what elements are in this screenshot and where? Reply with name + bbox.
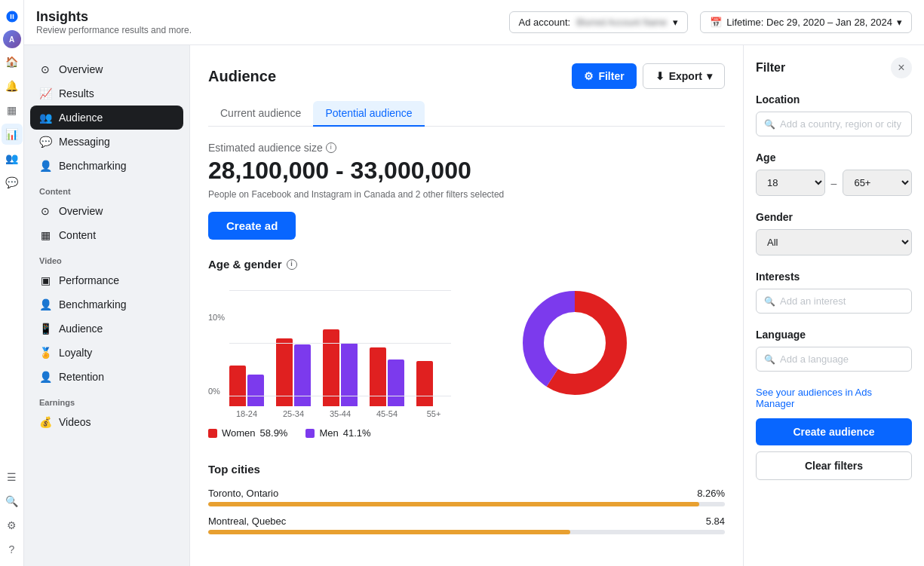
sidebar-item-benchmarking[interactable]: 👤 Benchmarking	[30, 154, 183, 178]
earnings-section-label: Earnings	[30, 389, 183, 410]
content-section-label: Content	[30, 178, 183, 199]
age-gender-info-icon: i	[287, 259, 297, 270]
user-avatar[interactable]: A	[3, 30, 21, 48]
city-bar-track-toronto	[208, 502, 725, 506]
top-cities-section: Top cities Toronto, Ontario 8.26% Montre…	[208, 463, 725, 534]
language-search-icon: 🔍	[764, 354, 775, 365]
bell-icon[interactable]: 🔔	[2, 75, 23, 96]
sidebar-item-video-audience[interactable]: 📱 Audience	[30, 317, 183, 341]
filter-button[interactable]: ⚙ Filter	[572, 63, 636, 89]
sidebar-item-benchmarking-label: Benchmarking	[59, 160, 127, 172]
sidebar-item-overview[interactable]: ⊙ Overview	[30, 57, 183, 81]
header-title-area: Insights Review performance results and …	[36, 9, 192, 36]
video-audience-icon: 📱	[39, 323, 51, 335]
benchmarking-icon: 👤	[39, 160, 51, 172]
main-content: Audience ⚙ Filter ⬇ Export ▾ Current aud…	[190, 45, 743, 566]
tab-potential-audience[interactable]: Potential audience	[313, 101, 424, 127]
date-range-selector[interactable]: 📅 Lifetime: Dec 29, 2020 – Jan 28, 2024 …	[700, 11, 912, 33]
sidebar-item-video-performance-label: Performance	[59, 274, 119, 286]
export-button[interactable]: ⬇ Export ▾	[643, 63, 725, 89]
sidebar-item-video-benchmarking[interactable]: 👤 Benchmarking	[30, 292, 183, 317]
language-label: Language	[756, 329, 912, 341]
ads-manager-link[interactable]: See your audiences in Ads Manager	[756, 387, 912, 409]
location-input[interactable]	[780, 118, 904, 130]
sidebar-item-results[interactable]: 📈 Results	[30, 81, 183, 106]
interests-input-wrap[interactable]: 🔍	[756, 289, 912, 314]
chart-icon[interactable]: 📊	[2, 124, 23, 145]
grid-icon[interactable]: ▦	[2, 99, 23, 121]
help-icon[interactable]: ?	[2, 539, 23, 560]
city-bar-fill-toronto	[208, 502, 699, 506]
sidebar-item-video-benchmarking-label: Benchmarking	[59, 298, 127, 311]
sidebar-item-content[interactable]: ▦ Content	[30, 223, 183, 247]
sidebar-item-video-performance[interactable]: ▣ Performance	[30, 268, 183, 292]
messaging-icon: 💬	[39, 136, 51, 148]
bar-label-25-34: 25-34	[283, 409, 304, 418]
bar-men-35-44	[341, 343, 358, 406]
sidebar-item-loyalty-label: Loyalty	[59, 347, 92, 359]
city-bar-track-montreal	[208, 530, 725, 534]
sidebar-item-audience-label: Audience	[59, 112, 103, 124]
women-color-dot	[208, 429, 217, 438]
bars-area: 18-24 25-34	[229, 290, 451, 418]
sidebar-item-content-label: Content	[59, 229, 96, 241]
legend-women-label: Women	[222, 427, 256, 439]
sidebar-item-content-overview[interactable]: ⊙ Overview	[30, 199, 183, 223]
interests-input[interactable]	[780, 295, 904, 307]
clear-filters-button[interactable]: Clear filters	[756, 451, 912, 480]
bar-group-45-54: 45-54	[370, 316, 404, 418]
home-icon[interactable]: 🏠	[2, 51, 23, 72]
sidebar-item-loyalty[interactable]: 🏅 Loyalty	[30, 341, 183, 365]
age-row: 182535455565 – 18253545556565+	[756, 170, 912, 196]
search-icon[interactable]: 🔍	[2, 491, 23, 512]
info-icon: i	[326, 142, 336, 153]
sidebar-item-retention[interactable]: 👤 Retention	[30, 365, 183, 389]
gender-label: Gender	[756, 211, 912, 223]
export-icon: ⬇	[655, 70, 665, 82]
overview-icon: ⊙	[39, 63, 51, 75]
date-range-text: Lifetime: Dec 29, 2020 – Jan 28, 2024	[726, 17, 892, 28]
tab-current-audience[interactable]: Current audience	[208, 101, 313, 127]
settings-icon[interactable]: ⚙	[2, 515, 23, 536]
sidebar-item-messaging-label: Messaging	[59, 136, 110, 148]
filter-location-section: Location 🔍	[756, 93, 912, 136]
estimated-audience-label: Estimated audience size i	[208, 142, 725, 154]
donut-chart	[514, 283, 643, 411]
content-icon: ▦	[39, 229, 51, 241]
chevron-down-icon: ▾	[673, 17, 678, 28]
language-input-wrap[interactable]: 🔍	[756, 347, 912, 372]
videos-icon: 💰	[39, 416, 51, 428]
icon-rail: A 🏠 🔔 ▦ 📊 👥 💬 ☰ 🔍 ⚙ ?	[0, 0, 24, 566]
bar-group-25-34: 25-34	[276, 316, 311, 418]
people-icon[interactable]: 👥	[2, 148, 23, 169]
comment-icon[interactable]: 💬	[2, 172, 23, 193]
interests-label: Interests	[756, 271, 912, 283]
results-icon: 📈	[39, 87, 51, 99]
bar-label-45-54: 45-54	[376, 409, 398, 418]
location-input-wrap[interactable]: 🔍	[756, 112, 912, 136]
filter-icon: ⚙	[584, 70, 594, 82]
sidebar-item-audience[interactable]: 👥 Audience	[30, 106, 183, 130]
filter-header: Filter ×	[756, 57, 912, 78]
bar-women-55plus	[416, 361, 433, 406]
ad-account-label: Ad account:	[519, 17, 571, 28]
close-filter-button[interactable]: ×	[891, 57, 912, 78]
interests-search-icon: 🔍	[764, 296, 775, 307]
legend-women-pct: 58.9%	[260, 427, 288, 439]
loyalty-icon: 🏅	[39, 347, 51, 359]
sidebar-item-messaging[interactable]: 💬 Messaging	[30, 130, 183, 154]
create-audience-button[interactable]: Create audience	[756, 418, 912, 445]
create-ad-button[interactable]: Create ad	[208, 212, 296, 240]
language-input[interactable]	[780, 353, 904, 365]
bar-label-35-44: 35-44	[330, 409, 351, 418]
city-pct-montreal: 5.84	[706, 516, 725, 527]
age-min-select[interactable]: 182535455565	[756, 170, 825, 196]
men-color-dot	[305, 429, 315, 438]
sidebar-item-content-overview-label: Overview	[59, 205, 103, 217]
sidebar-item-videos[interactable]: 💰 Videos	[30, 410, 183, 434]
age-max-select[interactable]: 18253545556565+	[843, 170, 912, 196]
y-axis-top: 10%	[208, 313, 225, 322]
gender-select[interactable]: All Men Women	[756, 229, 912, 255]
menu-icon[interactable]: ☰	[2, 467, 23, 488]
ad-account-selector[interactable]: Ad account: Blurred Account Name ▾	[509, 11, 689, 33]
